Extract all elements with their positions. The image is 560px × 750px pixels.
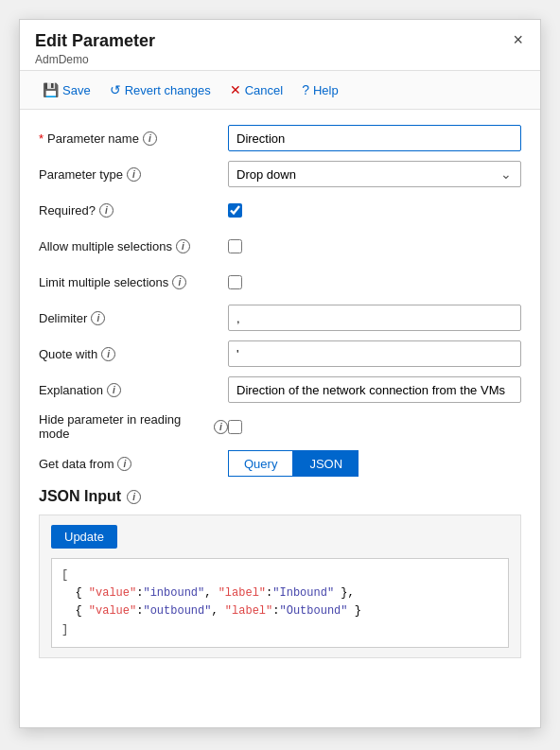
parameter-type-select[interactable]: Drop down Text Checkbox Date [228, 161, 521, 187]
allow-multiple-control [228, 239, 521, 253]
explanation-row: Explanation i [39, 376, 521, 403]
limit-multiple-control [228, 275, 521, 289]
delimiter-label: Delimiter i [39, 311, 228, 325]
query-button[interactable]: Query [228, 450, 293, 477]
json-code-area[interactable]: [ { "value":"inbound", "label":"Inbound"… [51, 558, 509, 648]
get-data-from-control: Query JSON [228, 450, 521, 477]
parameter-name-info-icon[interactable]: i [143, 131, 157, 146]
delimiter-row: Delimiter i [39, 305, 521, 331]
explanation-label: Explanation i [39, 383, 228, 397]
delimiter-info-icon[interactable]: i [91, 311, 105, 325]
cancel-label: Cancel [245, 83, 283, 97]
delimiter-control [228, 305, 521, 331]
json-button[interactable]: JSON [293, 450, 359, 477]
parameter-type-info-icon[interactable]: i [127, 167, 141, 182]
parameter-name-input[interactable] [228, 125, 521, 151]
required-row: Required? i [39, 197, 521, 223]
parameter-type-label: Parameter type i [39, 167, 228, 182]
get-data-from-info-icon[interactable]: i [117, 457, 131, 471]
required-star: * [39, 131, 44, 146]
limit-multiple-checkbox[interactable] [228, 275, 242, 289]
limit-multiple-info-icon[interactable]: i [172, 275, 186, 289]
json-section-title: JSON Input i [39, 488, 521, 505]
save-button[interactable]: 💾 Save [35, 78, 98, 101]
quote-with-label: Quote with i [39, 347, 228, 361]
help-label: Help [313, 83, 339, 97]
allow-multiple-checkbox[interactable] [228, 239, 242, 253]
quote-with-info-icon[interactable]: i [101, 347, 115, 361]
quote-with-control [228, 340, 521, 367]
save-label: Save [62, 83, 91, 97]
hide-param-row: Hide parameter in reading mode i [39, 412, 521, 441]
update-button[interactable]: Update [51, 525, 117, 549]
delimiter-input[interactable] [228, 305, 521, 331]
get-data-from-label: Get data from i [39, 457, 228, 471]
toolbar: 💾 Save ↺ Revert changes ✕ Cancel ? Help [20, 71, 540, 110]
get-data-btn-group: Query JSON [228, 450, 521, 477]
explanation-info-icon[interactable]: i [107, 383, 121, 397]
required-info-icon[interactable]: i [99, 203, 114, 218]
allow-multiple-row: Allow multiple selections i [39, 233, 521, 259]
close-button[interactable]: × [507, 29, 529, 50]
explanation-control [228, 376, 521, 403]
parameter-name-label: * Parameter name i [39, 131, 228, 146]
parameter-type-wrapper: Drop down Text Checkbox Date [228, 161, 521, 187]
quote-with-row: Quote with i [39, 340, 521, 367]
help-icon: ? [302, 82, 309, 97]
quote-with-input[interactable] [228, 340, 521, 367]
allow-multiple-label: Allow multiple selections i [39, 239, 228, 253]
hide-param-label: Hide parameter in reading mode i [39, 412, 228, 441]
help-button[interactable]: ? Help [294, 78, 346, 101]
form-body: * Parameter name i Parameter type i Drop… [20, 110, 540, 673]
hide-param-control [228, 420, 521, 434]
save-icon: 💾 [43, 82, 59, 97]
revert-icon: ↺ [110, 82, 121, 97]
get-data-from-row: Get data from i Query JSON [39, 450, 521, 477]
allow-multiple-info-icon[interactable]: i [176, 239, 190, 253]
required-control [228, 203, 521, 218]
json-input-info-icon[interactable]: i [127, 490, 141, 504]
limit-multiple-label: Limit multiple selections i [39, 275, 228, 289]
hide-param-info-icon[interactable]: i [214, 420, 228, 434]
required-label: Required? i [39, 203, 228, 218]
parameter-type-row: Parameter type i Drop down Text Checkbox… [39, 161, 521, 187]
revert-changes-button[interactable]: ↺ Revert changes [102, 78, 219, 101]
required-checkbox[interactable] [228, 203, 242, 218]
dialog-title: Edit Parameter [35, 31, 525, 51]
parameter-name-row: * Parameter name i [39, 125, 521, 151]
json-section: Update [ { "value":"inbound", "label":"I… [39, 515, 521, 658]
revert-label: Revert changes [125, 83, 211, 97]
explanation-input[interactable] [228, 376, 521, 403]
parameter-name-control [228, 125, 521, 151]
cancel-button[interactable]: ✕ Cancel [222, 78, 290, 101]
hide-param-checkbox[interactable] [228, 420, 242, 434]
cancel-icon: ✕ [230, 82, 241, 97]
dialog-header: Edit Parameter AdmDemo × [20, 20, 540, 71]
dialog-subtitle: AdmDemo [35, 53, 525, 66]
edit-parameter-dialog: Edit Parameter AdmDemo × 💾 Save ↺ Revert… [19, 19, 541, 728]
limit-multiple-row: Limit multiple selections i [39, 269, 521, 295]
